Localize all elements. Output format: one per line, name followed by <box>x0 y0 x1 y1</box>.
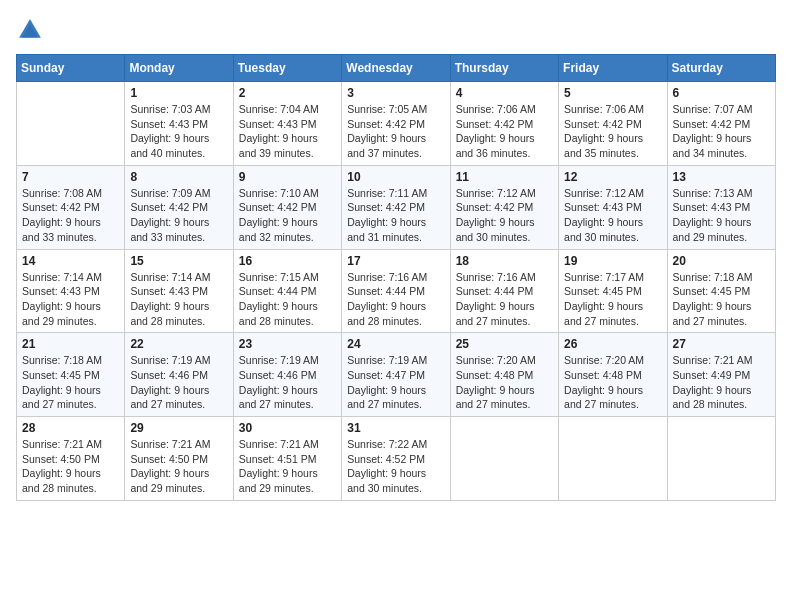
calendar-week-3: 21 Sunrise: 7:18 AM Sunset: 4:45 PM Dayl… <box>17 333 776 417</box>
day-number: 8 <box>130 170 227 184</box>
header-cell-tuesday: Tuesday <box>233 55 341 82</box>
calendar-cell: 13 Sunrise: 7:13 AM Sunset: 4:43 PM Dayl… <box>667 165 775 249</box>
sunrise: Sunrise: 7:20 AM <box>456 353 553 368</box>
calendar-cell: 22 Sunrise: 7:19 AM Sunset: 4:46 PM Dayl… <box>125 333 233 417</box>
sunrise: Sunrise: 7:10 AM <box>239 186 336 201</box>
day-info: Sunrise: 7:13 AM Sunset: 4:43 PM Dayligh… <box>673 186 770 245</box>
sunset: Sunset: 4:49 PM <box>673 368 770 383</box>
day-number: 12 <box>564 170 661 184</box>
daylight: Daylight: 9 hours and 29 minutes. <box>22 299 119 328</box>
day-number: 27 <box>673 337 770 351</box>
daylight: Daylight: 9 hours and 33 minutes. <box>130 215 227 244</box>
header-cell-saturday: Saturday <box>667 55 775 82</box>
calendar-cell: 16 Sunrise: 7:15 AM Sunset: 4:44 PM Dayl… <box>233 249 341 333</box>
day-info: Sunrise: 7:12 AM Sunset: 4:42 PM Dayligh… <box>456 186 553 245</box>
calendar-week-4: 28 Sunrise: 7:21 AM Sunset: 4:50 PM Dayl… <box>17 417 776 501</box>
sunrise: Sunrise: 7:21 AM <box>239 437 336 452</box>
sunrise: Sunrise: 7:22 AM <box>347 437 444 452</box>
day-info: Sunrise: 7:22 AM Sunset: 4:52 PM Dayligh… <box>347 437 444 496</box>
sunset: Sunset: 4:46 PM <box>239 368 336 383</box>
day-info: Sunrise: 7:06 AM Sunset: 4:42 PM Dayligh… <box>564 102 661 161</box>
daylight: Daylight: 9 hours and 31 minutes. <box>347 215 444 244</box>
sunrise: Sunrise: 7:16 AM <box>347 270 444 285</box>
day-info: Sunrise: 7:03 AM Sunset: 4:43 PM Dayligh… <box>130 102 227 161</box>
calendar-cell: 9 Sunrise: 7:10 AM Sunset: 4:42 PM Dayli… <box>233 165 341 249</box>
calendar-cell: 24 Sunrise: 7:19 AM Sunset: 4:47 PM Dayl… <box>342 333 450 417</box>
calendar-cell: 21 Sunrise: 7:18 AM Sunset: 4:45 PM Dayl… <box>17 333 125 417</box>
day-info: Sunrise: 7:16 AM Sunset: 4:44 PM Dayligh… <box>456 270 553 329</box>
daylight: Daylight: 9 hours and 27 minutes. <box>564 383 661 412</box>
daylight: Daylight: 9 hours and 30 minutes. <box>347 466 444 495</box>
calendar-cell: 14 Sunrise: 7:14 AM Sunset: 4:43 PM Dayl… <box>17 249 125 333</box>
daylight: Daylight: 9 hours and 27 minutes. <box>564 299 661 328</box>
calendar-body: 1 Sunrise: 7:03 AM Sunset: 4:43 PM Dayli… <box>17 82 776 501</box>
daylight: Daylight: 9 hours and 39 minutes. <box>239 131 336 160</box>
sunrise: Sunrise: 7:03 AM <box>130 102 227 117</box>
daylight: Daylight: 9 hours and 36 minutes. <box>456 131 553 160</box>
calendar-cell <box>559 417 667 501</box>
calendar-cell <box>667 417 775 501</box>
day-number: 15 <box>130 254 227 268</box>
sunrise: Sunrise: 7:08 AM <box>22 186 119 201</box>
day-number: 14 <box>22 254 119 268</box>
calendar-cell: 10 Sunrise: 7:11 AM Sunset: 4:42 PM Dayl… <box>342 165 450 249</box>
sunrise: Sunrise: 7:06 AM <box>564 102 661 117</box>
sunset: Sunset: 4:45 PM <box>22 368 119 383</box>
sunrise: Sunrise: 7:05 AM <box>347 102 444 117</box>
daylight: Daylight: 9 hours and 28 minutes. <box>347 299 444 328</box>
daylight: Daylight: 9 hours and 29 minutes. <box>673 215 770 244</box>
day-number: 7 <box>22 170 119 184</box>
day-number: 31 <box>347 421 444 435</box>
sunset: Sunset: 4:52 PM <box>347 452 444 467</box>
day-info: Sunrise: 7:21 AM Sunset: 4:49 PM Dayligh… <box>673 353 770 412</box>
daylight: Daylight: 9 hours and 27 minutes. <box>456 299 553 328</box>
day-info: Sunrise: 7:19 AM Sunset: 4:46 PM Dayligh… <box>130 353 227 412</box>
sunrise: Sunrise: 7:18 AM <box>673 270 770 285</box>
sunrise: Sunrise: 7:15 AM <box>239 270 336 285</box>
page-header <box>16 16 776 44</box>
calendar-cell: 2 Sunrise: 7:04 AM Sunset: 4:43 PM Dayli… <box>233 82 341 166</box>
sunset: Sunset: 4:43 PM <box>673 200 770 215</box>
day-info: Sunrise: 7:10 AM Sunset: 4:42 PM Dayligh… <box>239 186 336 245</box>
day-number: 26 <box>564 337 661 351</box>
calendar-cell: 17 Sunrise: 7:16 AM Sunset: 4:44 PM Dayl… <box>342 249 450 333</box>
day-info: Sunrise: 7:18 AM Sunset: 4:45 PM Dayligh… <box>22 353 119 412</box>
header-cell-thursday: Thursday <box>450 55 558 82</box>
daylight: Daylight: 9 hours and 27 minutes. <box>130 383 227 412</box>
calendar-cell: 1 Sunrise: 7:03 AM Sunset: 4:43 PM Dayli… <box>125 82 233 166</box>
sunrise: Sunrise: 7:12 AM <box>564 186 661 201</box>
day-info: Sunrise: 7:15 AM Sunset: 4:44 PM Dayligh… <box>239 270 336 329</box>
sunset: Sunset: 4:51 PM <box>239 452 336 467</box>
daylight: Daylight: 9 hours and 28 minutes. <box>673 383 770 412</box>
calendar-cell: 28 Sunrise: 7:21 AM Sunset: 4:50 PM Dayl… <box>17 417 125 501</box>
sunset: Sunset: 4:43 PM <box>564 200 661 215</box>
day-info: Sunrise: 7:09 AM Sunset: 4:42 PM Dayligh… <box>130 186 227 245</box>
sunrise: Sunrise: 7:13 AM <box>673 186 770 201</box>
calendar-cell: 4 Sunrise: 7:06 AM Sunset: 4:42 PM Dayli… <box>450 82 558 166</box>
sunset: Sunset: 4:46 PM <box>130 368 227 383</box>
sunrise: Sunrise: 7:19 AM <box>130 353 227 368</box>
calendar-cell: 15 Sunrise: 7:14 AM Sunset: 4:43 PM Dayl… <box>125 249 233 333</box>
daylight: Daylight: 9 hours and 29 minutes. <box>239 466 336 495</box>
calendar-cell: 11 Sunrise: 7:12 AM Sunset: 4:42 PM Dayl… <box>450 165 558 249</box>
day-number: 16 <box>239 254 336 268</box>
sunset: Sunset: 4:42 PM <box>130 200 227 215</box>
daylight: Daylight: 9 hours and 28 minutes. <box>22 466 119 495</box>
day-info: Sunrise: 7:11 AM Sunset: 4:42 PM Dayligh… <box>347 186 444 245</box>
day-info: Sunrise: 7:14 AM Sunset: 4:43 PM Dayligh… <box>22 270 119 329</box>
daylight: Daylight: 9 hours and 27 minutes. <box>456 383 553 412</box>
calendar-table: SundayMondayTuesdayWednesdayThursdayFrid… <box>16 54 776 501</box>
sunset: Sunset: 4:43 PM <box>22 284 119 299</box>
sunset: Sunset: 4:48 PM <box>456 368 553 383</box>
sunset: Sunset: 4:43 PM <box>239 117 336 132</box>
header-cell-sunday: Sunday <box>17 55 125 82</box>
calendar-cell <box>17 82 125 166</box>
day-number: 29 <box>130 421 227 435</box>
day-number: 6 <box>673 86 770 100</box>
sunset: Sunset: 4:44 PM <box>347 284 444 299</box>
sunrise: Sunrise: 7:18 AM <box>22 353 119 368</box>
calendar-cell: 20 Sunrise: 7:18 AM Sunset: 4:45 PM Dayl… <box>667 249 775 333</box>
calendar-week-1: 7 Sunrise: 7:08 AM Sunset: 4:42 PM Dayli… <box>17 165 776 249</box>
header-cell-friday: Friday <box>559 55 667 82</box>
day-info: Sunrise: 7:06 AM Sunset: 4:42 PM Dayligh… <box>456 102 553 161</box>
